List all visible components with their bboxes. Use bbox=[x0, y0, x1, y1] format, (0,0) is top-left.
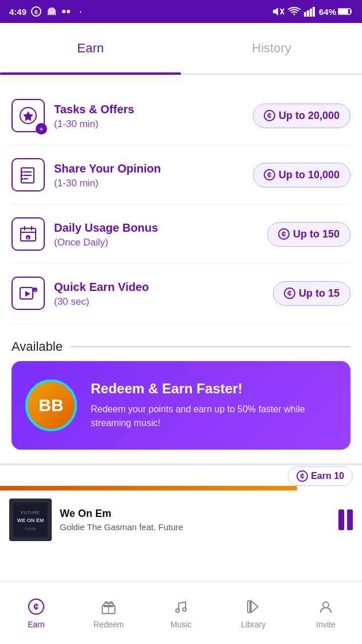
svg-point-17 bbox=[22, 171, 24, 173]
promo-description: Redeem your points and earn up to 50% fa… bbox=[91, 402, 337, 430]
promo-avatar: BB bbox=[25, 379, 77, 431]
svg-text:+: + bbox=[34, 289, 36, 292]
daily-title: Daily Usage Bonus bbox=[54, 220, 158, 235]
tasks-coin-icon: ¢ bbox=[264, 110, 275, 121]
svg-point-3 bbox=[67, 10, 70, 13]
tasks-badge: + bbox=[36, 123, 47, 135]
pause-bar-right bbox=[347, 509, 353, 530]
svg-point-19 bbox=[22, 178, 24, 180]
tasks-subtitle: (1-30 min) bbox=[54, 118, 134, 130]
available-divider bbox=[71, 346, 351, 347]
svg-text:¢: ¢ bbox=[34, 602, 39, 612]
tasks-title: Tasks & Offers bbox=[54, 102, 134, 117]
svg-point-43 bbox=[323, 602, 329, 608]
music-icon bbox=[171, 597, 191, 616]
dot-separator: · bbox=[79, 7, 82, 17]
tasks-reward: ¢ Up to 20,000 bbox=[253, 103, 351, 128]
svg-point-39 bbox=[176, 609, 179, 612]
top-tab-bar: Earn History bbox=[0, 23, 362, 75]
svg-text:WE ON EM: WE ON EM bbox=[17, 518, 44, 523]
time-display: 4:49 bbox=[9, 7, 26, 17]
tab-earn[interactable]: Earn bbox=[0, 23, 181, 74]
pause-bar-left bbox=[338, 509, 344, 530]
daily-subtitle: (Once Daily) bbox=[54, 237, 158, 248]
dots-icon bbox=[62, 9, 75, 14]
invite-icon bbox=[316, 597, 336, 616]
svg-text:FUTURE: FUTURE bbox=[21, 510, 40, 515]
svg-rect-11 bbox=[338, 9, 348, 14]
daily-icon: ¢ bbox=[11, 217, 45, 251]
svg-text:Goldie: Goldie bbox=[25, 527, 36, 531]
tasks-offers-icon: + bbox=[11, 99, 45, 132]
earn-content: + Tasks & Offers (1-30 min) ¢ Up to 20,0… bbox=[0, 75, 362, 323]
track-info: We On Em Goldie The Gasman feat. Future bbox=[60, 508, 330, 532]
wifi-icon bbox=[288, 6, 301, 17]
nav-item-invite[interactable]: Invite bbox=[290, 597, 362, 629]
available-label: Available bbox=[11, 339, 63, 354]
nav-redeem-label: Redeem bbox=[94, 620, 124, 629]
coin-nav-icon: ¢ bbox=[26, 597, 46, 616]
earn-item-daily[interactable]: ¢ Daily Usage Bonus (Once Daily) ¢ Up to… bbox=[11, 205, 351, 264]
ghost-icon bbox=[46, 6, 57, 17]
svg-marker-27 bbox=[25, 291, 30, 297]
opinion-reward: ¢ Up to 10,000 bbox=[253, 163, 351, 187]
play-controls[interactable] bbox=[338, 509, 353, 530]
earn-badge: ¢ Earn 10 bbox=[288, 466, 353, 486]
svg-marker-41 bbox=[251, 601, 258, 612]
now-playing-inner: FUTURE WE ON EM Goldie We On Em Goldie T… bbox=[0, 490, 362, 549]
svg-point-2 bbox=[62, 10, 66, 13]
video-icon: + bbox=[11, 277, 45, 310]
battery-icon bbox=[338, 7, 353, 16]
video-title: Quick Earn Video bbox=[54, 279, 149, 294]
progress-bar bbox=[0, 486, 297, 490]
daily-coin-icon: ¢ bbox=[278, 228, 290, 240]
svg-point-18 bbox=[22, 175, 24, 177]
battery-display: 64% bbox=[319, 7, 353, 17]
album-art: FUTURE WE ON EM Goldie bbox=[9, 499, 52, 541]
earn-item-opinion[interactable]: Share Your Opinion (1-30 min) ¢ Up to 10… bbox=[11, 145, 351, 205]
pause-button[interactable] bbox=[338, 509, 353, 530]
promo-card[interactable]: BB Redeem & Earn Faster! Redeem your poi… bbox=[11, 361, 351, 450]
cent-icon: ¢ bbox=[31, 6, 41, 17]
svg-point-40 bbox=[183, 608, 186, 611]
video-subtitle: (30 sec) bbox=[54, 296, 149, 308]
nav-library-label: Library bbox=[241, 620, 266, 629]
svg-text:¢: ¢ bbox=[27, 236, 29, 240]
nav-item-redeem[interactable]: Redeem bbox=[72, 597, 145, 629]
nav-invite-label: Invite bbox=[316, 620, 335, 629]
opinion-coin-icon: ¢ bbox=[264, 169, 275, 181]
opinion-title: Share Your Opinion bbox=[54, 161, 161, 176]
svg-text:¢: ¢ bbox=[34, 9, 38, 16]
nav-item-library[interactable]: Library bbox=[217, 597, 290, 629]
svg-rect-7 bbox=[307, 10, 309, 17]
now-playing-section: ¢ Earn 10 FUTURE WE ON EM Goldie We On E… bbox=[0, 463, 362, 549]
nav-item-music[interactable]: Music bbox=[145, 597, 217, 629]
opinion-icon bbox=[11, 158, 45, 191]
promo-title: Redeem & Earn Faster! bbox=[91, 381, 337, 397]
tab-history[interactable]: History bbox=[181, 23, 362, 74]
track-title: We On Em bbox=[60, 508, 330, 520]
available-section: Available bbox=[0, 323, 362, 361]
video-reward: ¢ Up to 15 bbox=[273, 281, 351, 306]
mute-icon bbox=[272, 6, 284, 17]
library-icon bbox=[244, 597, 263, 616]
earn-badge-coin: ¢ bbox=[296, 470, 308, 482]
nav-music-label: Music bbox=[171, 620, 192, 629]
signal-icon bbox=[304, 6, 315, 17]
svg-rect-8 bbox=[310, 9, 312, 17]
status-bar: 4:49 ¢ · bbox=[0, 0, 362, 23]
svg-rect-6 bbox=[304, 12, 306, 17]
svg-rect-9 bbox=[313, 7, 315, 17]
earn-item-video[interactable]: + Quick Earn Video (30 sec) ¢ Up to 15 bbox=[11, 264, 351, 323]
video-coin-icon: ¢ bbox=[284, 288, 295, 299]
bottom-nav: ¢ Earn Redeem Music bbox=[0, 581, 362, 644]
track-artist: Goldie The Gasman feat. Future bbox=[60, 522, 330, 532]
promo-text: Redeem & Earn Faster! Redeem your points… bbox=[91, 381, 337, 430]
svg-rect-42 bbox=[248, 601, 250, 612]
opinion-subtitle: (1-30 min) bbox=[54, 178, 161, 189]
nav-earn-label: Earn bbox=[28, 620, 45, 629]
daily-reward: ¢ Up to 150 bbox=[267, 222, 351, 247]
earn-item-tasks[interactable]: + Tasks & Offers (1-30 min) ¢ Up to 20,0… bbox=[11, 86, 351, 145]
nav-item-earn[interactable]: ¢ Earn bbox=[0, 597, 72, 629]
gift-icon bbox=[99, 597, 118, 616]
